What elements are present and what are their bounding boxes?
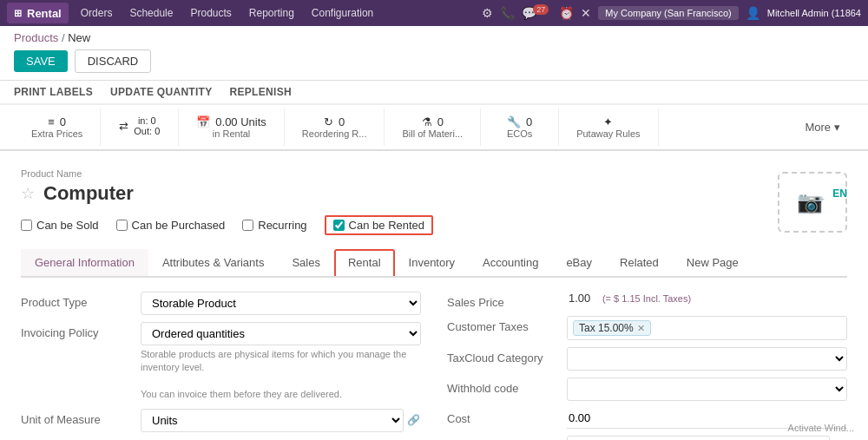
smart-buttons-wrapper: ≡ 0 Extra Prices ⇄ in: 0Out: 0 📅 0.00 Un… [0, 105, 868, 151]
tax-tag-label: Tax 15.00% [579, 322, 634, 334]
phone-icon[interactable]: 📞 [500, 6, 515, 20]
app-icon[interactable]: ⊞ Rental [7, 3, 69, 23]
withhold-code-label: Withhold code [447, 378, 560, 395]
replenish-btn[interactable]: REPLENISH [230, 86, 292, 98]
sales-price-value: 1.00 (= $ 1.15 Incl. Taxes) [567, 292, 847, 305]
tax-tag-remove[interactable]: ✕ [637, 323, 645, 334]
incl-taxes-text: (= $ 1.15 Incl. Taxes) [602, 293, 691, 304]
reordering-btn[interactable]: ↻ 0 Reordering R... [285, 108, 385, 146]
tab-attributes-variants[interactable]: Attributes & Variants [148, 249, 279, 278]
more-button[interactable]: More ▾ [791, 108, 854, 146]
invoicing-policy-help: Storable products are physical items for… [141, 348, 421, 402]
tab-new-page[interactable]: New Page [673, 249, 753, 278]
product-category-value: All 🔗 [567, 436, 847, 440]
bom-label: Bill of Materi... [402, 128, 463, 139]
uom-external-link-icon[interactable]: 🔗 [407, 414, 420, 426]
tab-rental[interactable]: Rental [334, 249, 395, 278]
in-out-btn[interactable]: ⇄ in: 0Out: 0 [101, 108, 179, 146]
reordering-count: 0 [339, 115, 345, 128]
tab-ebay[interactable]: eBay [552, 249, 606, 278]
right-col: Sales Price 1.00 (= $ 1.15 Incl. Taxes) … [447, 292, 847, 440]
transfer-icon: ⇄ [119, 120, 128, 133]
breadcrumb: Products / New [14, 31, 854, 44]
sub-action-bar: PRINT LABELS UPDATE QUANTITY REPLENISH [0, 81, 868, 105]
print-labels-btn[interactable]: PRINT LABELS [14, 86, 93, 98]
nav-orders[interactable]: Orders [72, 3, 122, 23]
withhold-code-row: Withhold code [447, 378, 847, 401]
settings-icon[interactable]: ⚙ [482, 6, 493, 20]
update-quantity-btn[interactable]: UPDATE QUANTITY [110, 86, 213, 98]
user-info[interactable]: Mitchell Admin (11864 [767, 8, 861, 18]
customer-taxes-row: Customer Taxes Tax 15.00% ✕ [447, 316, 847, 340]
wrench-icon: 🔧 [507, 115, 521, 128]
product-type-value: Storable Product Consumable Service [141, 292, 421, 315]
putaway-btn[interactable]: ✦ Putaway Rules [559, 108, 658, 146]
cost-label: Cost [447, 408, 560, 425]
discard-button[interactable]: DISCARD [75, 49, 152, 73]
taxcloud-select[interactable] [567, 347, 847, 371]
product-category-row: Product Category All 🔗 [447, 436, 847, 440]
tab-accounting[interactable]: Accounting [469, 249, 552, 278]
rental-units-count: 0.00 Units [215, 115, 266, 128]
invoicing-policy-select[interactable]: Ordered quantities Delivered quantities [141, 322, 421, 345]
product-name-input[interactable] [43, 182, 824, 205]
taxcloud-value [567, 347, 847, 371]
nav-products[interactable]: Products [181, 3, 240, 23]
user-avatar[interactable]: 👤 [746, 6, 760, 20]
invoicing-policy-label: Invoicing Policy [21, 322, 134, 339]
customer-taxes-label: Customer Taxes [447, 316, 560, 333]
breadcrumb-current: New [68, 31, 90, 44]
nav-schedule[interactable]: Schedule [121, 3, 181, 23]
invoicing-policy-value: Ordered quantities Delivered quantities … [141, 322, 421, 402]
ecos-btn[interactable]: 🔧 0 ECOs [481, 108, 559, 146]
can-be-sold-checkbox[interactable]: Can be Sold [21, 219, 99, 232]
list-icon: ≡ [48, 115, 55, 128]
tab-related[interactable]: Related [606, 249, 673, 278]
product-type-label: Product Type [21, 292, 134, 309]
customer-taxes-input[interactable]: Tax 15.00% ✕ [567, 316, 847, 340]
save-button[interactable]: SAVE [14, 50, 68, 72]
chat-icon[interactable]: 💬27 [522, 6, 552, 20]
rental-units-btn[interactable]: 📅 0.00 Units in Rental [179, 108, 285, 146]
uom-select[interactable]: Units [141, 409, 404, 432]
form-columns: Product Type Storable Product Consumable… [21, 292, 847, 440]
product-name-section: Product Name ☆ EN [21, 168, 847, 205]
product-name-row: ☆ EN [21, 182, 847, 205]
rental-units-label: in Rental [213, 128, 250, 139]
right-section: ⚙ 📞 💬27 ⏰ ✕ My Company (San Francisco) 👤… [482, 6, 861, 20]
uom-row: Unit of Measure Units 🔗 [21, 409, 421, 432]
putaway-icon: ✦ [603, 115, 613, 128]
can-be-purchased-checkbox[interactable]: Can be Purchased [116, 219, 226, 232]
withhold-code-select[interactable] [567, 378, 847, 401]
tab-inventory[interactable]: Inventory [395, 249, 469, 278]
extra-prices-btn[interactable]: ≡ 0 Extra Prices [14, 108, 101, 146]
can-be-rented-checkbox[interactable]: Can be Rented [325, 215, 433, 235]
nav-reporting[interactable]: Reporting [240, 3, 303, 23]
breadcrumb-bar: Products / New SAVE DISCARD [0, 26, 868, 81]
tab-sales[interactable]: Sales [278, 249, 334, 278]
favorite-star-icon[interactable]: ☆ [21, 184, 35, 203]
refresh-icon: ↻ [324, 115, 333, 128]
language-badge[interactable]: EN [832, 187, 847, 200]
recurring-checkbox[interactable]: Recurring [242, 219, 306, 232]
checkboxes-row: Can be Sold Can be Purchased Recurring C… [21, 215, 778, 235]
activate-watermark: Activate Wind... [788, 423, 854, 433]
timer-icon[interactable]: ⏰ [559, 6, 574, 20]
extra-prices-label: Extra Prices [31, 128, 82, 139]
product-category-select[interactable]: All [567, 436, 830, 440]
breadcrumb-parent[interactable]: Products [14, 31, 58, 44]
ecos-count: 0 [526, 115, 532, 128]
nav-configuration[interactable]: Configuration [303, 3, 382, 23]
sales-price-label: Sales Price [447, 292, 560, 309]
product-name-label: Product Name [21, 168, 847, 179]
uom-value: Units 🔗 [141, 409, 421, 432]
bom-btn[interactable]: ⚗ 0 Bill of Materi... [385, 108, 481, 146]
flask-icon: ⚗ [422, 115, 432, 128]
customer-taxes-value: Tax 15.00% ✕ [567, 316, 847, 340]
close-icon[interactable]: ✕ [581, 6, 591, 20]
chevron-down-icon: ▾ [834, 121, 840, 134]
top-nav: ⊞ Rental Orders Schedule Products Report… [0, 0, 868, 26]
tab-general-information[interactable]: General Information [21, 249, 148, 278]
product-type-select[interactable]: Storable Product Consumable Service [141, 292, 421, 315]
calendar-icon: 📅 [196, 115, 210, 128]
